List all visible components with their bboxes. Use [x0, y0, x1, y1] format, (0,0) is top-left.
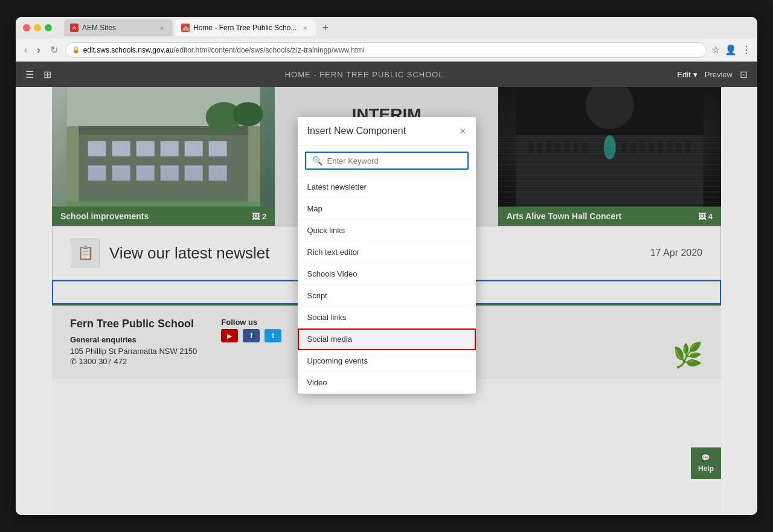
modal-header: Insert New Component ×	[298, 117, 476, 146]
page-content: School improvements 🖼 2 INTERIM	[16, 87, 757, 515]
component-list: Latest newsletter Map Quick links Rich t…	[298, 176, 476, 394]
home-tab-close[interactable]: ×	[300, 24, 310, 33]
modal-search: 🔍	[298, 146, 476, 176]
aem-tab-label: AEM Sites	[82, 24, 116, 32]
browser-toolbar-icons: ☆ 👤 ⋮	[711, 44, 751, 56]
profile-icon[interactable]: 👤	[725, 44, 737, 56]
edit-button[interactable]: Edit ▾	[677, 70, 697, 79]
maximize-window-button[interactable]	[45, 24, 52, 31]
list-item-schools-video[interactable]: Schools Video	[298, 263, 476, 285]
sidebar-toggle-icon[interactable]: ☰	[25, 69, 34, 80]
traffic-lights	[23, 24, 52, 31]
back-button[interactable]: ‹	[22, 43, 30, 57]
aem-toolbar-right: Edit ▾ Preview ⊡	[677, 69, 748, 80]
tabs-bar: A AEM Sites × 🏫 Home - Fern Tree Public …	[64, 19, 750, 36]
url-path: /editor.html/content/doe/sws/schools/z/z…	[174, 46, 365, 54]
adjust-icon[interactable]: ⊞	[43, 69, 51, 80]
search-input[interactable]	[327, 156, 461, 165]
modal-overlay: Insert New Component × 🔍 Latest newslett…	[52, 87, 721, 515]
forward-button[interactable]: ›	[34, 43, 42, 57]
home-tab-label: Home - Fern Tree Public Scho...	[193, 24, 297, 32]
aem-tab-icon: A	[70, 24, 79, 32]
share-icon[interactable]: ⊡	[740, 69, 748, 80]
url-domain: edit.sws.schools.nsw.gov.au	[83, 46, 174, 54]
menu-icon[interactable]: ⋮	[742, 44, 751, 56]
modal-close-button[interactable]: ×	[460, 126, 466, 136]
reload-button[interactable]: ↻	[48, 43, 60, 57]
list-item-upcoming-events[interactable]: Upcoming events	[298, 350, 476, 372]
search-input-wrapper: 🔍	[305, 152, 469, 170]
list-item-script[interactable]: Script	[298, 285, 476, 307]
list-item-quick-links[interactable]: Quick links	[298, 220, 476, 242]
tab-home[interactable]: 🏫 Home - Fern Tree Public Scho... ×	[175, 19, 316, 36]
home-tab-icon: 🏫	[181, 24, 190, 32]
modal-title: Insert New Component	[307, 126, 406, 136]
preview-button[interactable]: Preview	[705, 70, 733, 79]
aem-toolbar-left: ☰ ⊞	[25, 69, 51, 80]
aem-breadcrumb: HOME - FERN TREE PUBLIC SCHOOL	[51, 70, 677, 79]
close-window-button[interactable]	[23, 24, 30, 31]
insert-component-modal: Insert New Component × 🔍 Latest newslett…	[298, 117, 476, 394]
edit-label: Edit	[677, 70, 690, 79]
aem-tab-close[interactable]: ×	[157, 24, 167, 33]
lock-icon: 🔒	[72, 46, 80, 54]
search-icon: 🔍	[312, 156, 322, 165]
tab-aem[interactable]: A AEM Sites ×	[64, 19, 173, 36]
list-item-rich-text[interactable]: Rich text editor	[298, 242, 476, 263]
content-inner: School improvements 🖼 2 INTERIM	[52, 87, 721, 515]
list-item-social-links[interactable]: Social links	[298, 307, 476, 328]
list-item-social-media[interactable]: Social media	[298, 328, 476, 350]
new-tab-button[interactable]: +	[318, 22, 332, 34]
title-bar: A AEM Sites × 🏫 Home - Fern Tree Public …	[16, 17, 757, 39]
bookmark-icon[interactable]: ☆	[711, 44, 720, 56]
list-item-map[interactable]: Map	[298, 198, 476, 220]
url-bar[interactable]: 🔒 edit.sws.schools.nsw.gov.au /editor.ht…	[65, 42, 707, 58]
list-item-latest-newsletter[interactable]: Latest newsletter	[298, 176, 476, 198]
browser-window: A AEM Sites × 🏫 Home - Fern Tree Public …	[16, 17, 757, 515]
address-bar: ‹ › ↻ 🔒 edit.sws.schools.nsw.gov.au /edi…	[16, 39, 757, 62]
edit-chevron-icon: ▾	[693, 70, 698, 79]
minimize-window-button[interactable]	[34, 24, 41, 31]
aem-toolbar: ☰ ⊞ HOME - FERN TREE PUBLIC SCHOOL Edit …	[16, 62, 757, 87]
list-item-video[interactable]: Video	[298, 372, 476, 394]
